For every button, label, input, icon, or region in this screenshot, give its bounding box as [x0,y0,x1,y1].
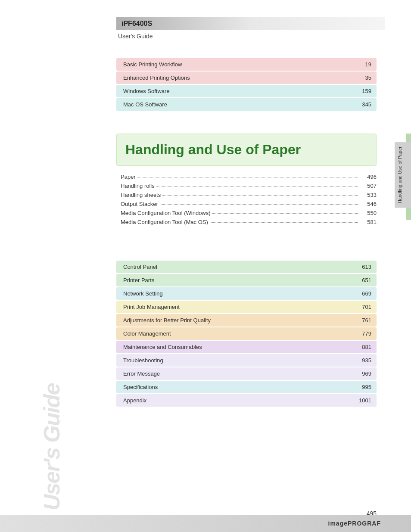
toc-bottom-entry: Appendix 1001 [116,394,377,407]
toc-entry-page: 969 [355,367,377,380]
toc-entry-label: Adjustments for Better Print Quality [116,314,355,327]
toc-entry-page: 701 [355,301,377,313]
stoc-label: Handling rolls [121,183,155,189]
stoc-dots [212,213,358,214]
stoc-dots [160,204,358,205]
toc-entry-page: 881 [355,341,377,353]
toc-bottom-entry: Specifications 995 [116,381,377,393]
toc-entry-page: 935 [355,354,377,367]
toc-entry-page: 995 [355,381,377,393]
stoc-page: 496 [359,174,377,180]
toc-entry-label: Control Panel [116,261,355,273]
toc-entry-page: 19 [355,58,377,71]
toc-entry-label: Maintenance and Consumables [116,341,355,353]
toc-entry-page: 613 [355,261,377,273]
stoc-label: Media Configuration Tool (Windows) [121,210,211,216]
toc-entry-page: 761 [355,314,377,327]
toc-bottom-entry: Control Panel 613 [116,261,377,273]
section-toc-entry: Media Configuration Tool (Mac OS) 581 [121,219,377,225]
stoc-label: Output Stacker [121,201,158,207]
stoc-page: 533 [359,192,377,198]
page: iPF6400S User's Guide Basic Printing Wor… [0,0,411,532]
toc-top-entry: Windows Software 159 [116,85,377,97]
toc-bottom-entry: Maintenance and Consumables 881 [116,341,377,353]
brand-label: imagePROGRAF [328,520,381,527]
stoc-dots [162,195,358,196]
toc-bottom-entry: Color Management 779 [116,327,377,340]
right-tab-label: Handling and Use of Paper [395,142,411,208]
section-toc-entry: Output Stacker 546 [121,201,377,207]
toc-entry-label: Color Management [116,327,355,340]
toc-entry-page: 669 [355,287,377,300]
toc-entry-page: 35 [355,72,377,84]
stoc-page: 507 [359,183,377,189]
header: iPF6400S User's Guide [116,17,385,40]
toc-entry-page: 159 [355,85,377,97]
toc-entry-label: Troubleshooting [116,354,355,367]
toc-entry-label: Basic Printing Workflow [116,58,355,71]
section-toc: Paper 496 Handling rolls 507 Handling sh… [116,174,377,225]
section-toc-entry: Paper 496 [121,174,377,180]
toc-entry-page: 779 [355,327,377,340]
toc-bottom: Control Panel 613 Printer Parts 651 Netw… [116,261,377,408]
toc-bottom-entry: Printer Parts 651 [116,274,377,286]
toc-entry-page: 1001 [354,394,377,407]
section-toc-entry: Handling sheets 533 [121,192,377,198]
stoc-label: Handling sheets [121,192,161,198]
toc-entry-label: Error Message [116,367,355,380]
toc-entry-label: Network Setting [116,287,355,300]
toc-bottom-entry: Print Job Management 701 [116,301,377,313]
toc-bottom-entry: Network Setting 669 [116,287,377,300]
brand-bar: imagePROGRAF [0,515,411,532]
toc-entry-label: Enhanced Printing Options [116,72,355,84]
section-toc-entry: Handling rolls 507 [121,183,377,189]
stoc-page: 546 [359,201,377,207]
toc-entry-label: Appendix [116,394,354,407]
subtitle: User's Guide [116,33,385,40]
toc-top-entry: Enhanced Printing Options 35 [116,72,377,84]
toc-entry-label: Printer Parts [116,274,355,286]
toc-entry-page: 651 [355,274,377,286]
toc-entry-label: Print Job Management [116,301,355,313]
model-name: iPF6400S [121,20,152,27]
section-title-box: Handling and Use of Paper [116,134,377,166]
toc-entry-page: 345 [355,98,377,111]
toc-bottom-entry: Troubleshooting 935 [116,354,377,367]
toc-entry-label: Specifications [116,381,355,393]
section-toc-entry: Media Configuration Tool (Windows) 550 [121,210,377,216]
toc-bottom-entry: Error Message 969 [116,367,377,380]
stoc-page: 581 [359,219,377,225]
toc-bottom-entry: Adjustments for Better Print Quality 761 [116,314,377,327]
toc-top: Basic Printing Workflow 19 Enhanced Prin… [116,58,377,112]
toc-entry-label: Mac OS Software [116,98,355,111]
toc-top-entry: Basic Printing Workflow 19 [116,58,377,71]
model-bar: iPF6400S [116,17,385,30]
right-tab: Handling and Use of Paper [389,0,411,532]
section-title: Handling and Use of Paper [125,142,367,158]
stoc-label: Paper [121,174,136,180]
stoc-dots [210,222,358,223]
stoc-dots [156,186,358,187]
toc-entry-label: Windows Software [116,85,355,97]
stoc-page: 550 [359,210,377,216]
stoc-dots [137,177,358,177]
main-section: Handling and Use of Paper Paper 496 Hand… [116,134,377,234]
watermark: User's Guide [39,424,65,510]
toc-top-entry: Mac OS Software 345 [116,98,377,111]
stoc-label: Media Configuration Tool (Mac OS) [121,219,208,225]
